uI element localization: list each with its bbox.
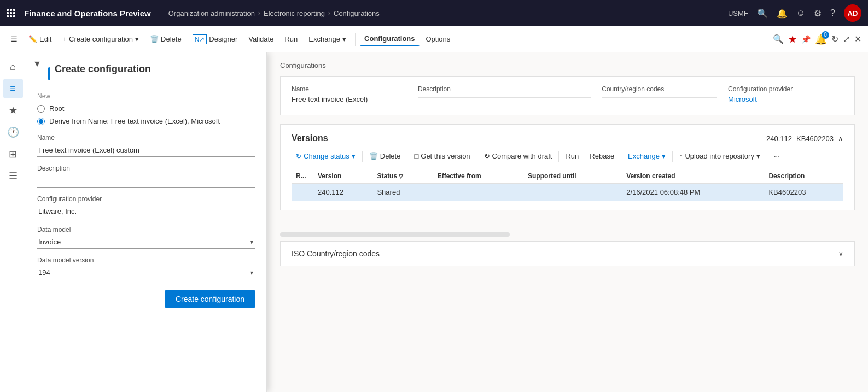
options-btn[interactable]: Options	[422, 33, 455, 45]
upload-into-repository-btn[interactable]: ↑ Upload into repository ▾	[675, 150, 765, 162]
filter-icon[interactable]: ▼	[33, 59, 42, 69]
app-grid-icon[interactable]	[7, 9, 15, 17]
ver-toolbar-sep2	[407, 151, 407, 162]
designer-icon: N↗	[193, 34, 207, 44]
config-col-name: Name Free text invoice (Excel)	[292, 85, 407, 106]
data-model-select-wrapper: Invoice ▾	[37, 236, 255, 249]
versions-badge-number: 240.112	[766, 134, 792, 143]
breadcrumb-configurations[interactable]: Configurations	[334, 9, 380, 17]
iso-header[interactable]: ISO Country/region codes ∨	[292, 249, 843, 258]
breadcrumb: Organization administration › Electronic…	[168, 9, 380, 17]
table-row[interactable]: 240.112 Shared 2/16/2021 06:08:48 PM KB4…	[292, 184, 843, 201]
cmd-search-icon[interactable]: 🔍	[773, 34, 784, 44]
ver-toolbar-sep7	[767, 151, 767, 162]
data-model-version-select[interactable]: 194	[37, 266, 255, 279]
name-input[interactable]	[37, 144, 255, 157]
data-model-version-field-group: Data model version 194 ▾	[37, 256, 255, 279]
help-icon[interactable]: ?	[830, 8, 835, 18]
versions-header: Versions 240.112 KB4602203 ∧	[292, 133, 843, 143]
config-provider-input[interactable]	[37, 205, 255, 218]
iso-title: ISO Country/region codes	[292, 249, 380, 258]
settings-icon[interactable]: ⚙	[814, 8, 822, 19]
radio-root[interactable]: Root	[37, 104, 255, 113]
compare-with-draft-btn[interactable]: ↻ Compare with draft	[480, 150, 557, 162]
ver-toolbar-sep5	[621, 151, 621, 162]
ver-delete-icon: 🗑️	[369, 152, 378, 160]
ver-more-btn[interactable]: ···	[770, 150, 784, 162]
get-this-version-btn[interactable]: □ Get this version	[410, 150, 474, 162]
run-btn[interactable]: Run	[280, 33, 302, 45]
horizontal-scrollbar[interactable]	[280, 232, 510, 237]
validate-btn[interactable]: Validate	[244, 33, 278, 45]
sidebar-item-menu[interactable]: ≡	[3, 79, 23, 98]
ver-exchange-btn[interactable]: Exchange ▾	[624, 150, 670, 162]
status-filter-icon[interactable]: ▽	[399, 173, 403, 179]
edit-icon: ✏️	[28, 35, 37, 43]
search-icon[interactable]: 🔍	[757, 8, 768, 19]
col-header-r: R...	[292, 169, 313, 184]
radio-derive[interactable]: Derive from Name: Free text invoice (Exc…	[37, 117, 255, 125]
sidebar-item-list[interactable]: ☰	[3, 166, 23, 186]
sidebar-item-favorites[interactable]: ★	[3, 101, 23, 120]
plus-icon: +	[62, 35, 67, 43]
name-label: Name	[37, 134, 255, 142]
edit-btn[interactable]: ✏️ Edit	[24, 33, 56, 45]
configurations-btn[interactable]: Configurations	[360, 32, 419, 46]
favorites-icon[interactable]: ★	[788, 33, 797, 45]
spacer	[280, 219, 855, 228]
data-model-label: Data model	[37, 226, 255, 233]
config-provider-value[interactable]: Microsoft	[728, 95, 843, 106]
versions-table: R... Version Status ▽ Effective from Sup…	[292, 169, 843, 201]
command-bar: ☰ ✏️ Edit + Create configuration ▾ 🗑️ De…	[0, 26, 868, 52]
versions-collapse-icon[interactable]: ∧	[838, 134, 843, 143]
ver-delete-btn[interactable]: 🗑️ Delete	[365, 150, 405, 162]
description-input[interactable]	[37, 174, 255, 188]
top-bar-right: USMF 🔍 🔔 ☺ ⚙ ? AD	[728, 4, 861, 22]
change-status-btn[interactable]: ↻ Change status ▾	[292, 150, 360, 162]
sidebar-item-workspaces[interactable]: ⊞	[3, 144, 23, 164]
refresh-icon[interactable]: ↻	[831, 34, 838, 44]
col-header-version: Version	[313, 169, 372, 184]
config-name-value: Free text invoice (Excel)	[292, 95, 407, 106]
popout-icon[interactable]: ⤢	[843, 34, 850, 44]
rebase-btn[interactable]: Rebase	[585, 150, 619, 162]
config-header-cols: Name Free text invoice (Excel) Descripti…	[292, 85, 843, 106]
radio-derive-input[interactable]	[37, 118, 45, 125]
delete-btn[interactable]: 🗑️ Delete	[145, 33, 186, 45]
config-col-description: Description	[418, 85, 591, 106]
versions-toolbar: ↻ Change status ▾ 🗑️ Delete □ Get this v…	[292, 150, 843, 162]
iso-expand-icon[interactable]: ∨	[838, 250, 843, 258]
data-model-field-group: Data model Invoice ▾	[37, 226, 255, 249]
smiley-icon[interactable]: ☺	[796, 8, 805, 18]
data-model-select[interactable]: Invoice	[37, 236, 255, 249]
dialog-accent-bar	[48, 67, 50, 80]
designer-btn[interactable]: N↗ Designer	[188, 32, 242, 46]
config-col-provider: Configuration provider Microsoft	[728, 85, 843, 106]
create-config-btn[interactable]: + Create configuration ▾	[58, 33, 143, 45]
notification-icon[interactable]: 🔔 0	[815, 33, 827, 45]
upload-dropdown-icon: ▾	[756, 152, 760, 160]
col-header-effective-from: Effective from	[433, 169, 523, 184]
dialog-footer: Create configuration	[37, 290, 255, 308]
avatar[interactable]: AD	[844, 4, 861, 22]
org-label: USMF	[728, 9, 748, 17]
breadcrumb-org-admin[interactable]: Organization administration	[168, 9, 255, 17]
sidebar-item-recent[interactable]: 🕐	[3, 122, 23, 142]
create-configuration-button[interactable]: Create configuration	[165, 290, 255, 308]
exchange-dropdown-icon: ▾	[342, 35, 346, 43]
sidebar-item-home[interactable]: ⌂	[3, 57, 23, 77]
config-country-value	[602, 95, 717, 98]
pin-icon[interactable]: 📌	[801, 35, 811, 44]
breadcrumb-electronic-reporting[interactable]: Electronic reporting	[264, 9, 325, 17]
ver-run-btn[interactable]: Run	[561, 150, 583, 162]
close-icon[interactable]: ✕	[854, 34, 861, 44]
versions-section: Versions 240.112 KB4602203 ∧ ↻ Change st…	[280, 124, 855, 210]
bell-icon[interactable]: 🔔	[777, 8, 788, 19]
versions-badge-kb: KB4602203	[796, 134, 834, 143]
radio-root-input[interactable]	[37, 105, 45, 113]
iso-section: ISO Country/region codes ∨	[280, 241, 855, 266]
hamburger-btn[interactable]: ☰	[7, 33, 22, 45]
exchange-btn[interactable]: Exchange ▾	[304, 33, 351, 45]
cell-supported-until	[523, 184, 622, 201]
config-provider-label: Configuration provider	[37, 195, 255, 203]
